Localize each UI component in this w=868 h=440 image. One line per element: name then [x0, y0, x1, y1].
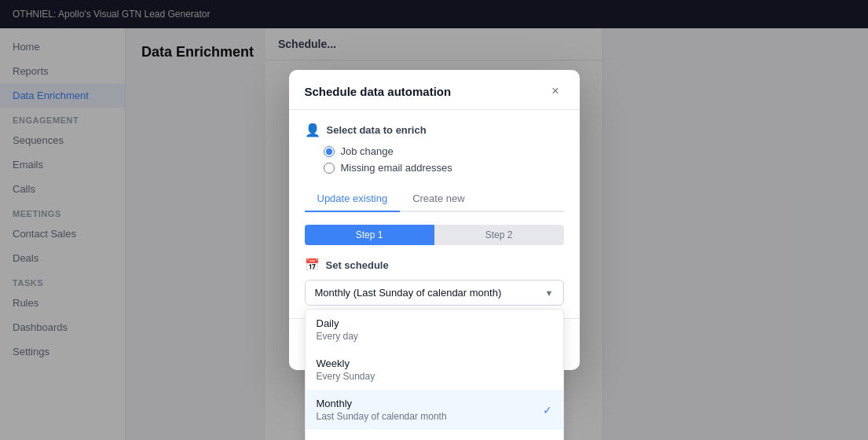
schedule-dialog: Schedule data automation × 👤 Select data… — [289, 70, 580, 370]
modal-overlay: Schedule data automation × 👤 Select data… — [0, 0, 868, 440]
tab-update-existing[interactable]: Update existing — [305, 186, 401, 212]
dropdown-item-daily[interactable]: Daily Every day — [306, 310, 563, 350]
radio-job-change[interactable]: Job change — [324, 145, 564, 157]
schedule-dropdown-menu: Daily Every day Weekly Every Sunday — [305, 309, 564, 440]
dialog-header: Schedule data automation × — [289, 70, 580, 110]
dropdown-item-weekly-sub: Every Sunday — [317, 371, 375, 382]
tab-create-new[interactable]: Create new — [400, 186, 477, 212]
dropdown-selected-label: Monthly (Last Sunday of calendar month) — [315, 287, 502, 299]
chevron-down-icon: ▼ — [545, 288, 554, 298]
dropdown-item-monthly-sub: Last Sunday of calendar month — [317, 411, 447, 422]
update-tabs: Update existing Create new — [305, 186, 564, 212]
step-1: Step 1 — [305, 225, 434, 245]
schedule-section: 📅 Set schedule Monthly (Last Sunday of c… — [305, 258, 564, 306]
dropdown-item-weekly-title: Weekly — [317, 358, 375, 369]
dropdown-item-weekly[interactable]: Weekly Every Sunday — [306, 350, 563, 390]
dropdown-item-daily-title: Daily — [317, 317, 358, 329]
step-2: Step 2 — [434, 225, 564, 245]
dialog-title: Schedule data automation — [305, 85, 452, 98]
dropdown-item-custom[interactable]: Custom Custom days in the week — [306, 430, 563, 440]
set-schedule-label: 📅 Set schedule — [305, 258, 564, 272]
person-icon: 👤 — [305, 123, 320, 138]
radio-missing-email[interactable]: Missing email addresses — [324, 162, 564, 174]
radio-input-missing-email[interactable] — [324, 163, 335, 174]
close-button[interactable]: × — [547, 82, 563, 100]
schedule-dropdown-container: Monthly (Last Sunday of calendar month) … — [305, 280, 564, 306]
select-data-label: 👤 Select data to enrich — [305, 123, 564, 138]
dialog-body: 👤 Select data to enrich Job change Missi… — [289, 110, 580, 318]
check-icon: ✓ — [543, 404, 552, 416]
dialog-wrapper: Schedule data automation × 👤 Select data… — [289, 70, 580, 370]
calendar-icon: 📅 — [305, 258, 320, 272]
steps-indicator: Step 1 Step 2 — [305, 225, 564, 245]
radio-group-enrich: Job change Missing email addresses — [324, 145, 564, 174]
dropdown-item-daily-sub: Every day — [317, 331, 358, 342]
radio-input-job-change[interactable] — [324, 146, 335, 157]
dropdown-item-monthly[interactable]: Monthly Last Sunday of calendar month ✓ — [306, 390, 563, 430]
dropdown-item-monthly-title: Monthly — [317, 398, 447, 409]
schedule-dropdown-trigger[interactable]: Monthly (Last Sunday of calendar month) … — [305, 280, 564, 306]
